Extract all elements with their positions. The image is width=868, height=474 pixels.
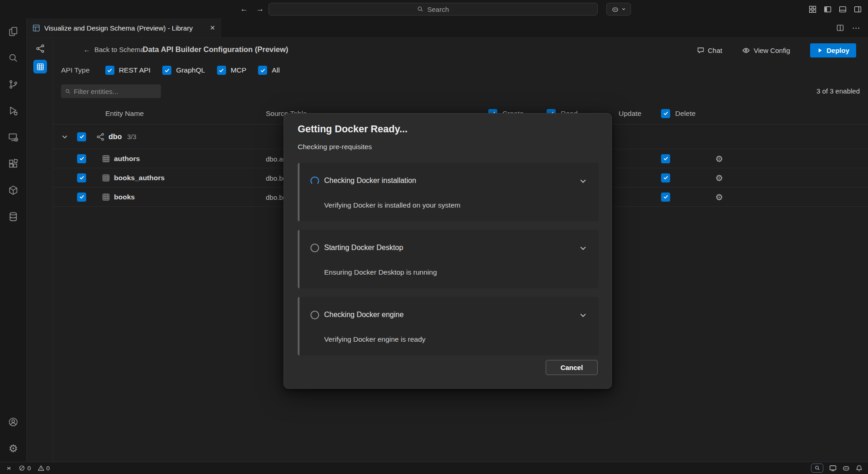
copilot-menu-button[interactable] <box>606 3 631 16</box>
grid-icon <box>36 63 44 71</box>
activity-item-settings[interactable]: ⚙ <box>0 435 26 462</box>
table-icon <box>102 174 110 182</box>
back-arrow-icon[interactable]: ← <box>240 5 248 14</box>
entity-name: books_authors <box>114 174 165 182</box>
entity-name: authors <box>114 155 140 163</box>
dialog-title: Getting Docker Ready... <box>298 124 408 135</box>
deploy-button[interactable]: Deploy <box>810 43 856 57</box>
all-checkbox[interactable] <box>258 66 267 75</box>
api-type-row: API Type REST API GraphQL MCP <box>61 64 292 76</box>
chat-label: Chat <box>708 47 723 54</box>
activity-item-run-debug[interactable] <box>0 98 26 124</box>
toggle-sidebar-left-icon[interactable] <box>824 5 832 13</box>
graphql-checkbox[interactable] <box>162 66 171 75</box>
chevron-down-icon <box>621 7 626 11</box>
warning-count: 0 <box>46 465 50 472</box>
more-actions-icon[interactable]: ⋯ <box>852 23 860 33</box>
command-center-search[interactable]: Search <box>269 3 598 16</box>
api-option-graphql: GraphQL <box>162 66 205 75</box>
editor-tab[interactable]: Visualize and Design Schema (Preview) - … <box>27 18 221 37</box>
chat-button[interactable]: Chat <box>697 47 723 54</box>
delete-checkbox[interactable] <box>661 154 670 163</box>
bell-icon[interactable] <box>856 465 863 472</box>
group-name: dbo <box>108 133 122 141</box>
history-nav: ← → <box>240 0 264 18</box>
chevron-down-icon[interactable] <box>62 134 68 140</box>
status-bar: 0 0 <box>0 462 868 474</box>
forward-arrow-icon[interactable]: → <box>256 5 264 14</box>
group-checkbox[interactable] <box>77 132 86 141</box>
group-count: 3/3 <box>127 133 136 141</box>
copilot-icon[interactable] <box>842 464 850 472</box>
mcp-checkbox[interactable] <box>217 66 226 75</box>
rest-api-checkbox[interactable] <box>105 66 114 75</box>
mcp-label: MCP <box>231 66 246 74</box>
database-icon <box>8 211 19 222</box>
deploy-label: Deploy <box>827 47 849 54</box>
docker-step-engine: Checking Docker engine Verifying Docker … <box>298 297 599 355</box>
view-config-button[interactable]: View Config <box>742 47 790 54</box>
activity-item-extensions[interactable] <box>0 151 26 177</box>
package-cube-icon <box>8 185 19 196</box>
delete-checkbox[interactable] <box>661 193 670 202</box>
toggle-panel-icon[interactable] <box>839 5 847 13</box>
search-icon <box>8 52 19 63</box>
gear-icon: ⚙ <box>9 443 18 454</box>
pending-circle-icon <box>310 244 319 252</box>
row-checkbox[interactable] <box>77 193 86 202</box>
problems-status[interactable]: 0 0 <box>19 465 50 472</box>
back-label: Back to Schema <box>94 46 144 53</box>
row-settings-gear-icon[interactable]: ⚙ <box>715 173 723 182</box>
run-debug-icon <box>8 105 19 116</box>
delete-checkbox[interactable] <box>661 173 670 182</box>
table-config-view-button[interactable] <box>33 60 47 73</box>
customize-layout-icon[interactable] <box>809 5 816 13</box>
enabled-summary: 3 of 3 enabled <box>816 87 860 95</box>
play-icon <box>817 47 823 53</box>
remote-monitor-icon <box>8 132 19 143</box>
cancel-button[interactable]: Cancel <box>546 360 598 375</box>
activity-item-database[interactable] <box>0 203 26 230</box>
column-delete-checkbox[interactable] <box>661 109 670 118</box>
close-icon[interactable]: ✕ <box>210 24 215 31</box>
step-description: Verifying Docker is installed on your sy… <box>324 201 460 209</box>
split-editor-icon[interactable] <box>837 24 844 31</box>
chevron-down-icon[interactable] <box>579 177 587 185</box>
row-settings-gear-icon[interactable]: ⚙ <box>715 193 723 201</box>
chevron-down-icon[interactable] <box>579 245 587 252</box>
back-arrow-icon: ← <box>83 46 90 53</box>
filter-entities-input[interactable] <box>74 88 157 95</box>
schema-view-button[interactable] <box>33 42 47 55</box>
activity-item-account[interactable] <box>0 409 26 435</box>
row-checkbox[interactable] <box>77 154 86 163</box>
back-to-schema-button[interactable]: ← Back to Schema <box>83 46 144 53</box>
step-title: Starting Docker Desktop <box>324 244 403 252</box>
schema-icon <box>96 132 105 141</box>
row-settings-gear-icon[interactable]: ⚙ <box>715 154 723 163</box>
dialog-subtitle: Checking pre-requisites <box>298 143 372 151</box>
zoom-indicator[interactable] <box>811 464 823 473</box>
search-label: Search <box>427 5 449 13</box>
chevron-down-icon[interactable] <box>579 312 587 319</box>
screencast-icon[interactable] <box>829 464 837 472</box>
docker-ready-dialog: Getting Docker Ready... Checking pre-req… <box>284 113 612 389</box>
warning-icon <box>38 465 44 471</box>
view-config-label: View Config <box>754 47 790 54</box>
api-option-rest: REST API <box>105 66 151 75</box>
step-description: Verifying Docker engine is ready <box>324 335 425 344</box>
api-option-all: All <box>258 66 279 75</box>
row-checkbox[interactable] <box>77 173 86 182</box>
activity-item-search[interactable] <box>0 45 26 71</box>
error-icon <box>19 465 25 471</box>
remote-indicator-icon[interactable] <box>5 465 12 472</box>
api-option-mcp: MCP <box>217 66 246 75</box>
activity-item-source-control[interactable] <box>0 71 26 98</box>
pending-circle-icon <box>310 311 319 319</box>
step-description: Ensuring Docker Desktop is running <box>324 268 437 276</box>
activity-item-remote-explorer[interactable] <box>0 124 26 151</box>
toggle-sidebar-right-icon[interactable] <box>854 5 862 13</box>
design-schema-tab-icon <box>32 24 40 32</box>
activity-item-explorer[interactable] <box>0 18 26 45</box>
api-type-label: API Type <box>61 66 90 74</box>
activity-item-containers[interactable] <box>0 177 26 203</box>
